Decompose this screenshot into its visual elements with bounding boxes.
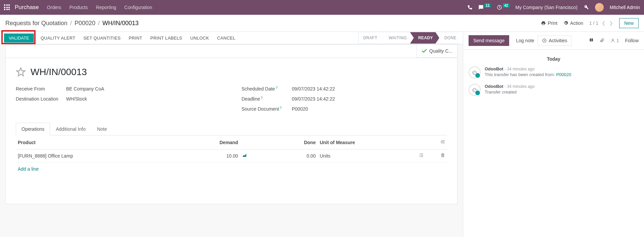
msg-time: - 34 minutes ago xyxy=(504,84,534,89)
settings-icon[interactable] xyxy=(440,139,445,145)
scheduled-date-label: Scheduled Date? xyxy=(241,86,292,92)
msg-body: This transfer has been created from: P00… xyxy=(485,72,571,77)
print-button[interactable]: Print xyxy=(541,20,557,26)
msg-author[interactable]: OdooBot xyxy=(485,84,503,89)
activities-button[interactable]: Activities xyxy=(538,36,572,46)
tabs: Operations Additional Info Note xyxy=(16,122,447,135)
menu-reporting[interactable]: Reporting xyxy=(96,5,116,10)
action-bar: VALIDATE QUALITY ALERT SET QUANTITIES PR… xyxy=(0,32,463,44)
svg-rect-5 xyxy=(421,154,423,154)
cell-uom[interactable]: Units xyxy=(318,150,404,162)
breadcrumb-current: WH/IN/00013 xyxy=(102,20,139,27)
form-sheet: Quality C... WH/IN/00013 Receive From BE… xyxy=(5,44,458,204)
details-icon[interactable] xyxy=(418,153,424,159)
activity-icon[interactable]: 42 xyxy=(497,5,509,10)
top-navbar: Purchase Orders Products Reporting Confi… xyxy=(0,0,644,15)
tab-operations[interactable]: Operations xyxy=(16,123,50,135)
quality-check-bar: Quality C... xyxy=(6,45,457,58)
clock-icon xyxy=(542,38,547,43)
col-product[interactable]: Product xyxy=(16,135,180,150)
tab-note[interactable]: Note xyxy=(91,123,113,135)
status-bar: DRAFT WAITING READY DONE xyxy=(358,32,463,44)
send-message-button[interactable]: Send message xyxy=(469,35,509,46)
quality-alert-button[interactable]: QUALITY ALERT xyxy=(37,32,79,44)
messages-count: 11 xyxy=(484,3,491,8)
user-avatar[interactable] xyxy=(595,3,604,12)
set-quantities-button[interactable]: SET QUANTITIES xyxy=(79,32,125,44)
scheduled-date-value[interactable]: 09/07/2023 14:42:22 xyxy=(292,86,335,92)
bot-avatar: ☺ xyxy=(469,66,481,78)
chatter-actions: Send message Log note Activities 1 Follo… xyxy=(463,32,644,50)
msg-link[interactable]: P00020 xyxy=(556,72,571,77)
followers-count[interactable]: 1 xyxy=(610,38,619,43)
cancel-button[interactable]: CANCEL xyxy=(213,32,239,44)
status-done[interactable]: DONE xyxy=(436,32,463,44)
breadcrumb-parent[interactable]: P00020 xyxy=(74,20,95,27)
bot-avatar: ☺ xyxy=(469,84,481,96)
menu-orders[interactable]: Orders xyxy=(47,5,61,10)
controlbar-right: Print Action 1 / 1 ❮ ❯ New xyxy=(541,18,639,28)
svg-rect-8 xyxy=(419,157,420,157)
svg-point-11 xyxy=(612,39,613,41)
svg-point-2 xyxy=(441,141,441,142)
delete-icon[interactable] xyxy=(440,153,445,159)
action-button[interactable]: Action xyxy=(564,20,583,26)
apps-icon[interactable] xyxy=(4,4,10,10)
col-demand[interactable]: Demand xyxy=(180,135,240,150)
pager-text: 1 / 1 xyxy=(589,20,598,26)
operations-table: Product Demand Done Unit of Measure [FUR… xyxy=(16,135,447,162)
attachment-icon[interactable] xyxy=(600,38,604,44)
print-labels-button[interactable]: PRINT LABELS xyxy=(146,32,186,44)
check-icon xyxy=(421,48,427,54)
destination-value[interactable]: WH/Stock xyxy=(66,96,87,102)
status-waiting[interactable]: WAITING xyxy=(380,32,413,44)
menu-configuration[interactable]: Configuration xyxy=(124,5,152,10)
log-note-button[interactable]: Log note xyxy=(516,38,534,43)
gear-icon xyxy=(564,21,568,25)
follow-button[interactable]: Follow xyxy=(625,38,639,43)
tab-additional-info[interactable]: Additional Info xyxy=(50,123,91,135)
cell-demand[interactable]: 10.00 xyxy=(180,150,240,162)
validate-button[interactable]: VALIDATE xyxy=(4,34,34,43)
messages-icon[interactable]: 11 xyxy=(478,5,491,10)
print-icon xyxy=(541,21,546,25)
title-row: WH/IN/00013 xyxy=(16,67,447,77)
cell-product[interactable]: [FURN_8888] Office Lamp xyxy=(16,150,180,162)
company-selector[interactable]: My Company (San Francisco) xyxy=(516,5,578,10)
quality-check-button[interactable]: Quality C... xyxy=(416,44,458,58)
col-uom[interactable]: Unit of Measure xyxy=(318,135,404,150)
pager-prev[interactable]: ❮ xyxy=(602,20,606,26)
activity-count: 42 xyxy=(503,3,509,8)
status-draft[interactable]: DRAFT xyxy=(358,32,384,44)
print-action-button[interactable]: PRINT xyxy=(125,32,147,44)
control-bar: Requests for Quotation / P00020 / WH/IN/… xyxy=(0,15,644,32)
navbar-right: 11 42 My Company (San Francisco) Mitchel… xyxy=(467,3,640,12)
pager-next[interactable]: ❯ xyxy=(609,20,613,26)
destination-label: Destination Location xyxy=(16,96,66,102)
receive-from-value[interactable]: BE Company CoA xyxy=(66,86,104,92)
col-done[interactable]: Done xyxy=(266,135,318,150)
user-name[interactable]: Mitchell Admin xyxy=(610,5,640,10)
book-icon[interactable] xyxy=(589,38,594,44)
table-row[interactable]: [FURN_8888] Office Lamp 10.00 0.00 Units xyxy=(16,150,447,162)
add-line-button[interactable]: Add a line xyxy=(16,162,41,176)
source-doc-value[interactable]: P00020 xyxy=(292,106,308,112)
msg-time: - 34 minutes ago xyxy=(504,67,534,71)
status-ready[interactable]: READY xyxy=(410,32,439,44)
msg-author[interactable]: OdooBot xyxy=(485,66,503,71)
pager: 1 / 1 ❮ ❯ xyxy=(589,20,613,26)
breadcrumb-root[interactable]: Requests for Quotation xyxy=(5,20,67,27)
unlock-button[interactable]: UNLOCK xyxy=(186,32,213,44)
phone-icon[interactable] xyxy=(467,5,472,10)
new-button[interactable]: New xyxy=(619,18,639,28)
cell-done[interactable]: 0.00 xyxy=(266,150,318,162)
deadline-label: Deadline? xyxy=(241,96,292,102)
tools-icon[interactable] xyxy=(584,4,589,11)
app-title[interactable]: Purchase xyxy=(15,4,39,11)
forecast-icon[interactable] xyxy=(242,153,248,159)
user-icon xyxy=(610,38,615,43)
star-icon[interactable] xyxy=(16,67,26,77)
breadcrumb: Requests for Quotation / P00020 / WH/IN/… xyxy=(5,20,139,27)
navbar-menu: Orders Products Reporting Configuration xyxy=(47,5,467,10)
menu-products[interactable]: Products xyxy=(69,5,88,10)
